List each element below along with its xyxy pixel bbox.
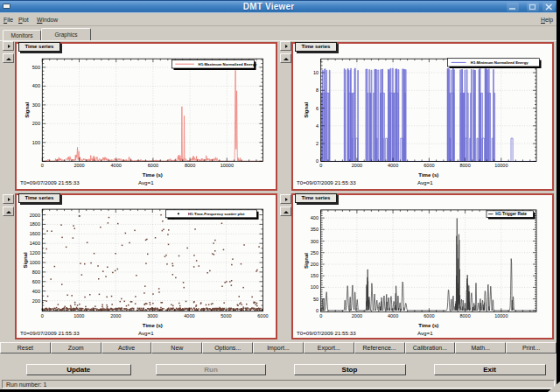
svg-text:0: 0 <box>41 312 44 318</box>
svg-text:Signal: Signal <box>23 252 28 268</box>
svg-text:2: 2 <box>316 141 318 146</box>
svg-text:2000: 2000 <box>352 313 362 318</box>
svg-text:8000: 8000 <box>185 163 195 168</box>
svg-text:10000: 10000 <box>494 163 508 168</box>
svg-text:H1:Minimum Normalized Energy: H1:Minimum Normalized Energy <box>471 60 529 65</box>
svg-text:600: 600 <box>32 278 40 284</box>
svg-text:H1:Trigger Rate: H1:Trigger Rate <box>495 212 527 216</box>
svg-text:4000: 4000 <box>388 163 398 168</box>
svg-text:200: 200 <box>311 262 318 267</box>
svg-text:Avg=1: Avg=1 <box>417 330 433 336</box>
svg-text:10000: 10000 <box>220 163 234 168</box>
svg-text:8000: 8000 <box>459 163 470 168</box>
svg-text:8000: 8000 <box>459 313 470 318</box>
svg-text:Signal: Signal <box>24 102 30 117</box>
svg-text:3000: 3000 <box>147 312 158 318</box>
svg-text:350: 350 <box>311 227 318 232</box>
svg-text:0: 0 <box>316 158 318 164</box>
svg-text:1000: 1000 <box>74 312 84 318</box>
svg-text:H1:Time-Frequency scatter plot: H1:Time-Frequency scatter plot <box>188 212 245 216</box>
svg-text:2000: 2000 <box>30 212 40 217</box>
svg-text:6000: 6000 <box>257 312 268 318</box>
svg-text:0: 0 <box>319 163 322 168</box>
svg-text:Avg=1: Avg=1 <box>138 179 154 186</box>
svg-text:50: 50 <box>313 296 318 301</box>
svg-text:T0=09/07/2009 21:55:33: T0=09/07/2009 21:55:33 <box>297 330 356 336</box>
svg-text:400: 400 <box>32 288 40 293</box>
svg-text:300: 300 <box>311 238 318 243</box>
svg-text:T0=09/07/2009 21:55:33: T0=09/07/2009 21:55:33 <box>20 329 80 335</box>
svg-text:4000: 4000 <box>388 313 398 318</box>
svg-text:400: 400 <box>32 83 40 88</box>
svg-text:200: 200 <box>32 298 40 303</box>
svg-text:400: 400 <box>311 215 318 220</box>
svg-text:H1:Maximum Normalized Energy: H1:Maximum Normalized Energy <box>199 61 257 66</box>
svg-text:300: 300 <box>32 102 40 107</box>
svg-text:Signal: Signal <box>304 252 309 268</box>
svg-text:100: 100 <box>311 284 318 290</box>
svg-text:10000: 10000 <box>494 313 508 318</box>
svg-text:6000: 6000 <box>424 313 434 318</box>
svg-text:1600: 1600 <box>30 231 40 236</box>
svg-text:5000: 5000 <box>220 312 231 318</box>
svg-text:10: 10 <box>313 70 318 75</box>
svg-text:Time (s): Time (s) <box>143 172 163 178</box>
svg-text:T0=09/07/2009 21:55:33: T0=09/07/2009 21:55:33 <box>20 179 80 186</box>
svg-text:Time (s): Time (s) <box>418 172 438 178</box>
svg-text:8: 8 <box>316 88 318 93</box>
svg-text:6000: 6000 <box>424 163 434 168</box>
svg-text:1000: 1000 <box>30 260 40 265</box>
svg-text:Time (s): Time (s) <box>418 323 438 328</box>
svg-text:6: 6 <box>316 105 318 110</box>
svg-text:1800: 1800 <box>30 221 40 227</box>
svg-text:Signal: Signal <box>304 102 309 117</box>
svg-text:250: 250 <box>311 249 318 255</box>
svg-text:0: 0 <box>319 313 322 318</box>
svg-text:1200: 1200 <box>30 250 40 256</box>
svg-text:4000: 4000 <box>184 312 194 318</box>
svg-text:Time (s): Time (s) <box>143 322 163 327</box>
svg-text:2000: 2000 <box>352 163 362 168</box>
svg-text:800: 800 <box>32 270 40 275</box>
svg-text:Avg=1: Avg=1 <box>417 179 433 186</box>
svg-text:2000: 2000 <box>110 312 121 318</box>
svg-text:6000: 6000 <box>148 163 158 168</box>
svg-text:4000: 4000 <box>111 163 122 168</box>
svg-text:T0=09/07/2009 21:55:33: T0=09/07/2009 21:55:33 <box>297 179 356 186</box>
svg-text:2000: 2000 <box>74 163 84 168</box>
svg-text:100: 100 <box>32 139 40 144</box>
svg-text:4: 4 <box>316 122 318 128</box>
svg-text:1400: 1400 <box>30 241 40 246</box>
svg-text:500: 500 <box>32 64 40 69</box>
svg-text:0: 0 <box>41 163 44 168</box>
svg-text:150: 150 <box>311 273 318 278</box>
svg-text:Avg=1: Avg=1 <box>138 329 154 335</box>
svg-text:0: 0 <box>316 307 318 312</box>
svg-text:200: 200 <box>32 121 40 126</box>
